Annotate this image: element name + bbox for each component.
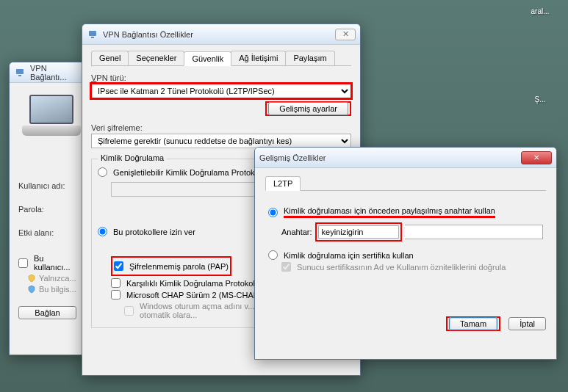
mschap-checkbox[interactable] (111, 290, 121, 300)
network-icon (87, 29, 98, 40)
tab-general[interactable]: Genel (91, 51, 129, 65)
shield-icon (27, 285, 36, 294)
encryption-label: Veri şifreleme: (91, 123, 351, 132)
cancel-button[interactable]: İptal (508, 317, 546, 330)
close-button[interactable]: ✕ (521, 151, 552, 164)
ok-button[interactable]: Tamam (449, 317, 497, 330)
tab-network[interactable]: Ağ İletişimi (231, 51, 286, 65)
chap-checkbox[interactable] (111, 278, 121, 288)
desktop-icon[interactable]: aral... (518, 7, 562, 15)
window-title: VPN Bağlantısı Özellikler (103, 30, 335, 39)
winlogon-checkbox (124, 306, 134, 316)
close-button[interactable]: ✕ (335, 29, 356, 40)
password-label: Parola: (18, 205, 76, 214)
svg-rect-0 (16, 69, 24, 74)
svg-rect-2 (89, 31, 96, 36)
advanced-settings-button[interactable]: Gelişmiş ayarlar (268, 102, 348, 115)
window-title: VPN Bağlantı... (30, 64, 81, 81)
laptop-image (18, 95, 85, 146)
key-input[interactable] (318, 225, 399, 239)
tab-sharing[interactable]: Paylaşım (285, 51, 334, 65)
save-credentials-checkbox[interactable] (18, 258, 28, 268)
username-label: Kullanıcı adı: (18, 181, 76, 190)
vpn-type-select[interactable]: IPsec ile Katman 2 Tünel Protokolü (L2TP… (91, 84, 351, 98)
svg-rect-1 (18, 75, 21, 76)
pap-checkbox[interactable] (114, 261, 123, 271)
tab-strip: Genel Seçenekler Güvenlik Ağ İletişimi P… (91, 51, 351, 66)
tab-security[interactable]: Güvenlik (184, 51, 231, 66)
connect-button[interactable]: Bağlan (18, 306, 76, 319)
verify-cert-checkbox (281, 262, 291, 272)
desktop-icon[interactable]: Ş... (518, 95, 562, 104)
vpn-type-label: VVPN türü:PN türü: (91, 73, 351, 82)
vpn-connection-window: VPN Bağlantı... Kullanıcı adı: Parola: E… (9, 62, 86, 355)
certificate-radio[interactable] (268, 250, 278, 260)
advanced-properties-dialog: Gelişmiş Özellikler ✕ L2TP Kimlik doğrul… (254, 147, 557, 360)
domain-label: Etki alanı: (18, 228, 76, 237)
network-icon (14, 67, 26, 79)
auth-legend: Kimlik Doğrulama (98, 153, 167, 162)
tab-options[interactable]: Seçenekler (128, 51, 184, 65)
allow-protocols-radio[interactable] (98, 227, 107, 236)
svg-rect-3 (91, 37, 94, 38)
encryption-select[interactable]: Şifreleme gerektir (sunucu reddetse de b… (91, 134, 351, 148)
eap-radio[interactable] (98, 167, 107, 177)
preshared-key-radio[interactable] (268, 208, 278, 217)
shield-icon (27, 274, 36, 283)
window-title: Gelişmiş Özellikler (259, 153, 521, 162)
key-label: Anahtar: (281, 228, 312, 236)
tab-l2tp[interactable]: L2TP (265, 176, 301, 191)
